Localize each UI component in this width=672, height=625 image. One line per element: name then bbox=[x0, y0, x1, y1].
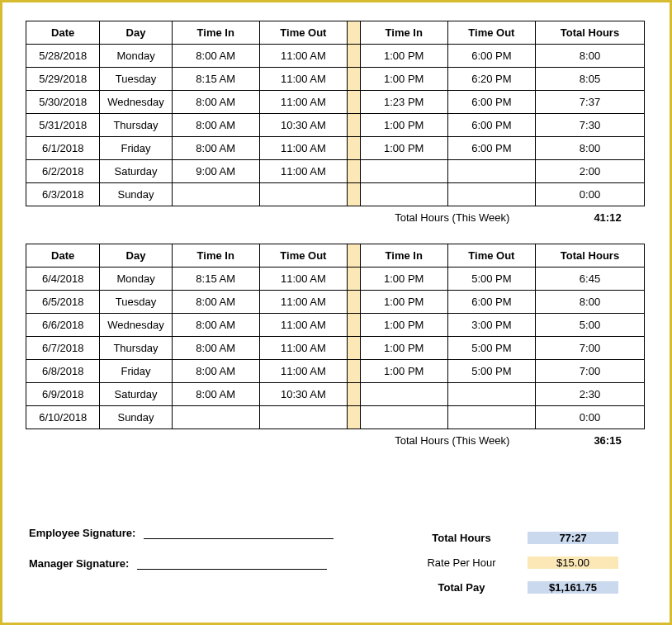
gap-cell bbox=[347, 183, 360, 206]
header-time-in: Time In bbox=[172, 21, 259, 45]
cell-day: Sunday bbox=[100, 406, 172, 429]
summary-total-hours-value: 77:27 bbox=[528, 532, 618, 544]
week2-total-value: 36:15 bbox=[570, 434, 645, 447]
cell-time-in-2: 1:00 PM bbox=[360, 137, 447, 160]
cell-time-in-1: 8:00 AM bbox=[172, 337, 259, 360]
table-row: 6/6/2018Wednesday8:00 AM11:00 AM1:00 PM3… bbox=[26, 314, 645, 337]
cell-day: Friday bbox=[100, 137, 172, 160]
cell-date: 6/1/2018 bbox=[26, 137, 100, 160]
week1-total-row: Total Hours (This Week) 41:12 bbox=[26, 211, 645, 224]
cell-time-in-1: 8:00 AM bbox=[172, 360, 259, 383]
cell-time-out-1 bbox=[259, 183, 347, 206]
cell-total: 6:45 bbox=[536, 268, 645, 291]
table-row: 5/31/2018Thursday8:00 AM10:30 AM1:00 PM6… bbox=[26, 114, 645, 137]
cell-total: 7:37 bbox=[536, 91, 645, 114]
cell-total: 8:00 bbox=[536, 45, 645, 68]
gap-cell bbox=[347, 314, 360, 337]
gap-cell bbox=[347, 160, 360, 183]
table-header-row: Date Day Time In Time Out Time In Time O… bbox=[26, 21, 645, 45]
cell-time-out-2 bbox=[447, 183, 535, 206]
table-row: 6/10/2018Sunday0:00 bbox=[26, 406, 645, 429]
cell-time-in-2: 1:00 PM bbox=[360, 268, 447, 291]
cell-date: 6/6/2018 bbox=[26, 314, 100, 337]
cell-time-in-2: 1:00 PM bbox=[360, 291, 447, 314]
header-time-out: Time Out bbox=[259, 21, 347, 45]
cell-date: 5/28/2018 bbox=[26, 45, 100, 68]
gap-cell bbox=[347, 21, 360, 45]
header-time-out: Time Out bbox=[259, 244, 347, 268]
cell-time-out-1: 10:30 AM bbox=[259, 114, 347, 137]
table-row: 6/2/2018Saturday9:00 AM11:00 AM2:00 bbox=[26, 160, 645, 183]
cell-time-in-2: 1:00 PM bbox=[360, 314, 447, 337]
cell-time-out-1: 11:00 AM bbox=[259, 45, 347, 68]
table-row: 5/30/2018Wednesday8:00 AM11:00 AM1:23 PM… bbox=[26, 91, 645, 114]
gap-cell bbox=[347, 268, 360, 291]
cell-time-in-2 bbox=[360, 406, 447, 429]
cell-time-out-1: 11:00 AM bbox=[259, 337, 347, 360]
cell-day: Thursday bbox=[100, 337, 172, 360]
cell-time-out-1: 11:00 AM bbox=[259, 91, 347, 114]
table-row: 6/7/2018Thursday8:00 AM11:00 AM1:00 PM5:… bbox=[26, 337, 645, 360]
cell-time-in-2: 1:00 PM bbox=[360, 337, 447, 360]
cell-time-out-2: 5:00 PM bbox=[447, 337, 535, 360]
cell-day: Monday bbox=[100, 45, 172, 68]
cell-total: 2:30 bbox=[536, 383, 645, 406]
week1-table: Date Day Time In Time Out Time In Time O… bbox=[26, 21, 645, 206]
gap-cell bbox=[347, 91, 360, 114]
gap-cell bbox=[347, 45, 360, 68]
manager-signature-line[interactable] bbox=[137, 569, 327, 570]
cell-time-out-2: 5:00 PM bbox=[447, 360, 535, 383]
week2-table: Date Day Time In Time Out Time In Time O… bbox=[26, 244, 645, 429]
cell-day: Saturday bbox=[100, 160, 172, 183]
gap-cell bbox=[347, 137, 360, 160]
table-row: 6/5/2018Tuesday8:00 AM11:00 AM1:00 PM6:0… bbox=[26, 291, 645, 314]
cell-time-out-2: 5:00 PM bbox=[447, 268, 535, 291]
table-row: 6/1/2018Friday8:00 AM11:00 AM1:00 PM6:00… bbox=[26, 137, 645, 160]
gap-cell bbox=[347, 114, 360, 137]
gap-cell bbox=[347, 68, 360, 91]
cell-time-out-1: 11:00 AM bbox=[259, 268, 347, 291]
header-day: Day bbox=[100, 21, 172, 45]
table-row: 5/28/2018Monday8:00 AM11:00 AM1:00 PM6:0… bbox=[26, 45, 645, 68]
employee-signature-row: Employee Signature: bbox=[29, 527, 376, 539]
cell-time-out-2: 3:00 PM bbox=[447, 314, 535, 337]
cell-time-out-1: 11:00 AM bbox=[259, 314, 347, 337]
gap-cell bbox=[347, 406, 360, 429]
cell-total: 5:00 bbox=[536, 314, 645, 337]
cell-time-in-1: 8:00 AM bbox=[172, 91, 259, 114]
cell-time-out-1: 11:00 AM bbox=[259, 291, 347, 314]
cell-total: 7:30 bbox=[536, 114, 645, 137]
employee-signature-line[interactable] bbox=[144, 538, 334, 539]
gap-cell bbox=[347, 244, 360, 268]
gap-cell bbox=[347, 383, 360, 406]
cell-date: 6/7/2018 bbox=[26, 337, 100, 360]
cell-time-out-1 bbox=[259, 406, 347, 429]
timesheet-frame: Date Day Time In Time Out Time In Time O… bbox=[0, 0, 672, 625]
header-time-out-2: Time Out bbox=[447, 244, 535, 268]
cell-total: 0:00 bbox=[536, 183, 645, 206]
cell-total: 2:00 bbox=[536, 160, 645, 183]
manager-signature-row: Manager Signature: bbox=[29, 557, 376, 570]
cell-time-out-2 bbox=[447, 406, 535, 429]
cell-time-out-1: 11:00 AM bbox=[259, 68, 347, 91]
cell-time-in-1: 8:15 AM bbox=[172, 68, 259, 91]
cell-time-in-2 bbox=[360, 383, 447, 406]
cell-day: Sunday bbox=[100, 183, 172, 206]
cell-time-in-2: 1:00 PM bbox=[360, 45, 447, 68]
header-date: Date bbox=[26, 244, 100, 268]
gap-cell bbox=[347, 291, 360, 314]
cell-day: Thursday bbox=[100, 114, 172, 137]
header-time-out-2: Time Out bbox=[447, 21, 535, 45]
signature-block: Employee Signature: Manager Signature: bbox=[29, 527, 376, 588]
employee-signature-label: Employee Signature: bbox=[29, 527, 135, 539]
cell-time-in-1: 8:00 AM bbox=[172, 383, 259, 406]
cell-total: 8:00 bbox=[536, 137, 645, 160]
cell-time-out-2: 6:00 PM bbox=[447, 114, 535, 137]
cell-time-out-2: 6:20 PM bbox=[447, 68, 535, 91]
cell-time-in-1: 8:00 AM bbox=[172, 45, 259, 68]
header-total-hours: Total Hours bbox=[536, 21, 645, 45]
header-time-in: Time In bbox=[172, 244, 259, 268]
table-row: 5/29/2018Tuesday8:15 AM11:00 AM1:00 PM6:… bbox=[26, 68, 645, 91]
summary-pay-value: $1,161.75 bbox=[528, 581, 618, 594]
cell-time-in-1: 8:00 AM bbox=[172, 137, 259, 160]
